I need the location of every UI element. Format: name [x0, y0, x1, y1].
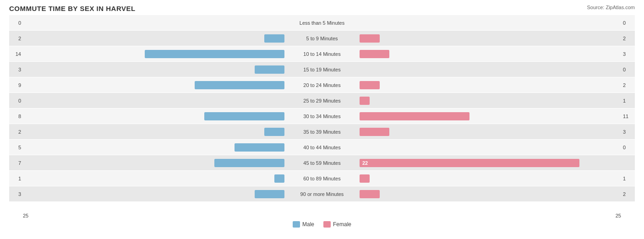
female-bar	[360, 50, 389, 58]
row-label: 15 to 19 Minutes	[285, 67, 359, 72]
female-bar	[360, 128, 389, 136]
female-bar	[360, 174, 370, 183]
female-value: 0	[621, 20, 635, 26]
chart-row: 14 10 to 14 Minutes 3	[9, 46, 635, 61]
female-bar-wrap	[359, 96, 621, 106]
male-bar-wrap	[23, 111, 285, 121]
female-value: 11	[621, 114, 635, 119]
chart-row: 3 90 or more Minutes 2	[9, 186, 635, 201]
female-bar-wrap	[359, 80, 621, 90]
male-bar	[264, 128, 284, 136]
legend-female-icon	[323, 221, 331, 228]
male-value: 2	[9, 36, 23, 41]
male-value: 3	[9, 67, 23, 72]
male-value: 14	[9, 51, 23, 57]
male-bar-wrap	[23, 189, 285, 199]
male-bar-wrap	[23, 65, 285, 75]
chart-row: 2 5 to 9 Minutes 2	[9, 31, 635, 46]
female-bar-wrap	[359, 174, 621, 184]
bars-section: 60 to 89 Minutes	[23, 171, 621, 186]
bars-section: 45 to 59 Minutes 22	[23, 155, 621, 170]
female-value: 2	[621, 82, 635, 88]
legend: Male Female	[9, 221, 635, 228]
bars-section: 35 to 39 Minutes	[23, 124, 621, 139]
bottom-axis: 25 25	[9, 213, 635, 218]
male-bar	[264, 34, 284, 43]
legend-male-label: Male	[302, 221, 314, 228]
female-value: 2	[621, 36, 635, 41]
male-bar-wrap	[23, 18, 285, 28]
female-bar-wrap	[359, 33, 621, 43]
female-value: 3	[621, 129, 635, 135]
male-bar-wrap	[23, 127, 285, 137]
legend-female-label: Female	[333, 221, 351, 228]
female-bar-wrap	[359, 127, 621, 137]
female-bar-wrap	[359, 142, 621, 152]
male-bar	[204, 112, 284, 120]
source-label: Source: ZipAtlas.com	[587, 5, 635, 10]
male-value: 9	[9, 82, 23, 88]
bars-section: 25 to 29 Minutes	[23, 93, 621, 108]
axis-left: 25	[23, 213, 28, 218]
row-label: Less than 5 Minutes	[285, 20, 359, 26]
chart-row: 8 30 to 34 Minutes 11	[9, 109, 635, 124]
bars-section: 15 to 19 Minutes	[23, 62, 621, 77]
female-bar-wrap: 22	[359, 158, 621, 168]
male-bar-wrap	[23, 158, 285, 168]
male-value: 1	[9, 176, 23, 181]
male-value: 0	[9, 98, 23, 103]
male-bar	[255, 65, 284, 74]
male-bar-wrap	[23, 33, 285, 43]
male-bar	[145, 50, 284, 58]
female-bar-wrap	[359, 18, 621, 28]
female-value: 0	[621, 145, 635, 150]
legend-female: Female	[323, 221, 351, 228]
bars-section: 40 to 44 Minutes	[23, 140, 621, 155]
male-bar-wrap	[23, 174, 285, 184]
male-bar	[274, 174, 284, 183]
male-bar-wrap	[23, 49, 285, 59]
male-bar	[255, 190, 284, 198]
chart-row: 0 Less than 5 Minutes 0	[9, 15, 635, 30]
row-label: 45 to 59 Minutes	[285, 160, 359, 166]
chart-row: 0 25 to 29 Minutes 1	[9, 93, 635, 108]
chart-row: 2 35 to 39 Minutes 3	[9, 124, 635, 139]
male-value: 2	[9, 129, 23, 135]
male-bar-wrap	[23, 80, 285, 90]
female-bar-wrap	[359, 189, 621, 199]
chart-row: 5 40 to 44 Minutes 0	[9, 140, 635, 155]
bars-section: 20 to 24 Minutes	[23, 77, 621, 92]
chart-title: COMMUTE TIME BY SEX IN HARVEL	[9, 5, 635, 12]
male-value: 0	[9, 20, 23, 26]
chart-row: 3 15 to 19 Minutes 0	[9, 62, 635, 77]
male-value: 3	[9, 191, 23, 197]
bars-section: 90 or more Minutes	[23, 186, 621, 201]
female-bar-wrap	[359, 49, 621, 59]
female-bar: 22	[360, 159, 579, 167]
male-bar-wrap	[23, 96, 285, 106]
row-label: 25 to 29 Minutes	[285, 98, 359, 103]
row-label: 35 to 39 Minutes	[285, 129, 359, 135]
male-value: 5	[9, 145, 23, 150]
bars-section: Less than 5 Minutes	[23, 15, 621, 30]
male-bar	[235, 143, 284, 152]
bars-section: 30 to 34 Minutes	[23, 109, 621, 124]
chart-row: 1 60 to 89 Minutes 1	[9, 171, 635, 186]
male-value: 7	[9, 160, 23, 166]
female-bar	[360, 81, 380, 89]
male-value: 8	[9, 114, 23, 119]
female-value: 0	[621, 67, 635, 72]
bars-section: 10 to 14 Minutes	[23, 46, 621, 61]
legend-male-icon	[293, 221, 300, 228]
male-bar-wrap	[23, 142, 285, 152]
bars-section: 5 to 9 Minutes	[23, 31, 621, 46]
female-bar-wrap	[359, 111, 621, 121]
female-value: 1	[621, 98, 635, 103]
row-label: 5 to 9 Minutes	[285, 36, 359, 41]
row-label: 10 to 14 Minutes	[285, 51, 359, 57]
female-bar	[360, 190, 380, 198]
row-label: 20 to 24 Minutes	[285, 82, 359, 88]
chart-row: 7 45 to 59 Minutes 22	[9, 155, 635, 170]
female-value: 3	[621, 51, 635, 57]
female-value: 1	[621, 176, 635, 181]
